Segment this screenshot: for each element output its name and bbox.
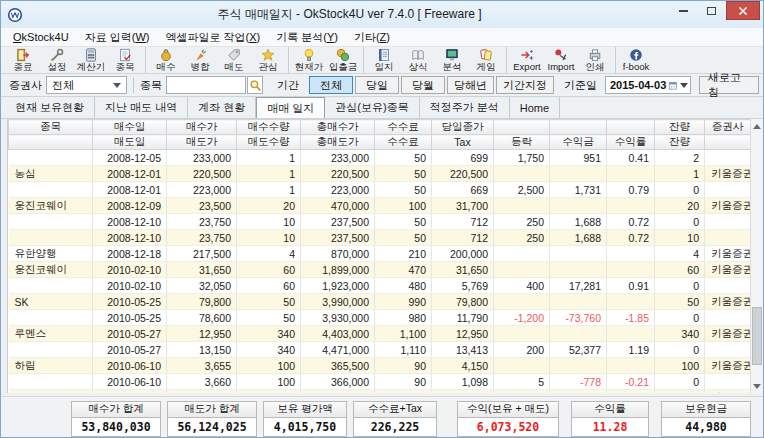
menu-item-3[interactable]: 기록 분석(Y) [268, 28, 346, 46]
table-row-buy[interactable]: 웅진코웨이2010-02-1031,650601,899,00047031,65… [9, 262, 751, 278]
toolbar-knowledge-button[interactable]: 상식 [401, 47, 435, 73]
col-header-change[interactable] [494, 120, 550, 135]
cell-price: 223,000 [167, 182, 237, 198]
col-header-change[interactable]: 등락 [494, 135, 550, 150]
col-header-price[interactable]: 매도가 [167, 135, 237, 150]
col-header-profit[interactable] [550, 120, 607, 135]
col-header-close-or-tax[interactable]: 당일종가 [432, 120, 494, 135]
period-button[interactable]: 기간지정 [496, 76, 554, 94]
cell-broker [705, 182, 751, 198]
base-date-picker[interactable]: 2015-04-03 [605, 76, 691, 94]
toolbar-merge-button[interactable]: 병합 [183, 47, 217, 73]
col-header-fee[interactable]: 수수료 [375, 120, 432, 135]
menu-item-4[interactable]: 기타(Z) [346, 28, 398, 46]
toolbar-analysis-button[interactable]: 분석 [435, 47, 469, 73]
table-row-sell[interactable]: 2010-06-103,660100366,000901,0985-778-0.… [9, 374, 751, 390]
toolbar-deposit-button[interactable]: 입출금 [326, 47, 360, 73]
toolbar-current-price-button[interactable]: 현재가 [292, 47, 326, 73]
col-header-total[interactable]: 총매수가 [301, 120, 375, 135]
tab-매매 일지[interactable]: 매매 일지 [256, 97, 325, 118]
scroll-down-arrow-icon[interactable] [751, 379, 763, 393]
toolbar-stock-list-button[interactable]: 종목 [108, 47, 142, 73]
col-header-remain[interactable]: 잔량 [655, 135, 705, 150]
table-row-sell[interactable]: 2008-12-1023,75010237,500507122501,6880.… [9, 214, 751, 230]
maximize-button[interactable] [698, 1, 724, 20]
cell-total: 1,790,000 [301, 390, 375, 394]
table-row-buy[interactable]: 유한양행2008-12-18217,5004870,000210200,0004… [9, 246, 751, 262]
cell-date: 2010-02-10 [93, 262, 167, 278]
refresh-button[interactable]: 새로고침 [699, 76, 759, 94]
col-header-rate[interactable] [607, 120, 655, 135]
period-button[interactable]: 당월 [401, 76, 445, 94]
toolbar-calculator-button[interactable]: 계산기 [74, 47, 108, 73]
tab-적정주가 분석[interactable]: 적정주가 분석 [420, 97, 510, 118]
col-header-profit[interactable]: 수익금 [550, 135, 607, 150]
period-button[interactable]: 당일 [355, 76, 399, 94]
table-row-sell[interactable]: 2008-12-05233,0001233,000506991,7509510.… [9, 150, 751, 166]
tab-관심(보유)종목[interactable]: 관심(보유)종목 [325, 97, 419, 118]
close-button[interactable] [726, 1, 760, 20]
toolbar-print-button[interactable]: 인쇄 [578, 47, 612, 73]
table-row-sell[interactable]: 2010-05-2578,600503,930,00098011,790-1,2… [9, 310, 751, 326]
cell-profit: 1,688 [550, 230, 607, 246]
menu-item-0[interactable]: OkStock4U [5, 28, 77, 46]
table-row-sell[interactable]: 2010-02-1032,050601,923,0004805,76940017… [9, 278, 751, 294]
table-row-sell[interactable]: 2008-12-1023,75010237,500507122501,6880.… [9, 230, 751, 246]
col-header-qty[interactable]: 매도수량 [237, 135, 301, 150]
table-row-buy[interactable]: SK2010-05-2579,800503,990,00099079,80050… [9, 294, 751, 310]
tab-계좌 현황[interactable]: 계좌 현황 [188, 97, 256, 118]
toolbar-game-button[interactable]: 게임 [469, 47, 503, 73]
summary-box: 수익률11.28 [571, 401, 649, 437]
col-header-close-or-tax[interactable]: Tax [432, 135, 494, 150]
toolbar-exit-button[interactable]: 종료 [6, 47, 40, 73]
toolbar-buy-button[interactable]: 매수 [149, 47, 183, 73]
toolbar-journal-button[interactable]: 일지 [367, 47, 401, 73]
broker-select[interactable]: 전체 [46, 76, 127, 94]
toolbar-export-button[interactable]: Export [510, 47, 544, 73]
stock-search-button[interactable] [247, 76, 263, 94]
col-header-stock-name[interactable]: 종목 [9, 120, 93, 135]
table-row-buy[interactable]: 하림2010-06-103,655100365,500904,150100키움증… [9, 358, 751, 374]
toolbar-watch-button[interactable]: 관심 [251, 47, 285, 73]
table-row-buy[interactable]: 루멘스2010-05-2712,9503404,403,0001,10012,9… [9, 326, 751, 342]
cell-profit [550, 390, 607, 394]
vertical-scrollbar[interactable] [750, 119, 763, 393]
col-header-stock-name[interactable] [9, 135, 93, 150]
table-row-buy[interactable]: 농심2008-12-01220,5001220,50050220,5001키움증… [9, 166, 751, 182]
cell-fee: 100 [375, 198, 432, 214]
col-header-broker[interactable]: 증권사 [705, 120, 751, 135]
table-row-sell[interactable]: 2008-12-01223,0001223,000506692,5001,731… [9, 182, 751, 198]
minimize-button[interactable] [670, 1, 696, 20]
col-header-price[interactable]: 매수가 [167, 120, 237, 135]
period-button[interactable]: 전체 [309, 76, 353, 94]
toolbar-import-button[interactable]: Import [544, 47, 578, 73]
col-header-qty[interactable]: 매수수량 [237, 120, 301, 135]
toolbar-fbook-button[interactable]: f-book [619, 47, 653, 73]
menu-item-2[interactable]: 엑셀파일로 작업(X) [157, 28, 268, 46]
scroll-up-arrow-icon[interactable] [751, 119, 763, 133]
table-row-sell[interactable]: 2010-05-2713,1503404,471,0001,11013,4132… [9, 342, 751, 358]
table-row-buy[interactable]: 다날2010-06-1017,9001001,790,00044017,9001… [9, 390, 751, 394]
scrollbar-thumb[interactable] [752, 307, 762, 365]
cell-profit [550, 326, 607, 342]
col-header-broker[interactable] [705, 135, 751, 150]
menu-item-1[interactable]: 자료 입력(W) [77, 28, 158, 46]
col-header-fee[interactable]: 수수료 [375, 135, 432, 150]
tab-지난 매도 내역[interactable]: 지난 매도 내역 [95, 97, 188, 118]
col-header-remain[interactable]: 잔량 [655, 120, 705, 135]
cell-broker [705, 342, 751, 358]
col-header-total[interactable]: 총매도가 [301, 135, 375, 150]
period-button[interactable]: 당해년 [447, 76, 494, 94]
col-header-date[interactable]: 매도일 [93, 135, 167, 150]
stock-search-input[interactable] [166, 76, 246, 94]
table-row-buy[interactable]: 웅진코웨이2008-12-0923,50020470,00010031,7002… [9, 198, 751, 214]
col-header-rate[interactable]: 수익률 [607, 135, 655, 150]
toolbar-settings-button[interactable]: 설정 [40, 47, 74, 73]
cell-broker [705, 374, 751, 390]
toolbar-sell-button[interactable]: 매도 [217, 47, 251, 73]
tab-Home[interactable]: Home [510, 97, 560, 118]
col-header-date[interactable]: 매수일 [93, 120, 167, 135]
chevron-down-icon [680, 83, 688, 88]
cell-remain: 0 [655, 214, 705, 230]
tab-현재 보유현황[interactable]: 현재 보유현황 [5, 97, 95, 118]
